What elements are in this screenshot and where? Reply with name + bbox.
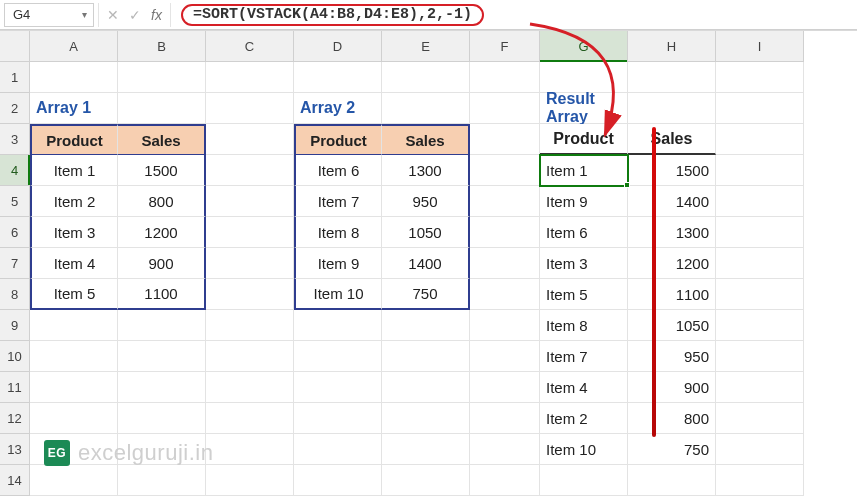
cell-E1[interactable] [382,62,470,93]
cell-E11[interactable] [382,372,470,403]
cell-G4[interactable]: Item 1 [540,155,628,186]
cell-G12[interactable]: Item 2 [540,403,628,434]
array1-header-product[interactable]: Product [30,124,118,155]
cell-C12[interactable] [206,403,294,434]
cell-I11[interactable] [716,372,804,403]
result-header-sales[interactable]: Sales [628,124,716,155]
cell-G5[interactable]: Item 9 [540,186,628,217]
cell-D9[interactable] [294,310,382,341]
cell-H7[interactable]: 1200 [628,248,716,279]
name-box[interactable]: G4 ▾ [4,3,94,27]
cell-B10[interactable] [118,341,206,372]
array1-title[interactable]: Array 1 [30,93,118,124]
cell-F14[interactable] [470,465,540,496]
cell-I12[interactable] [716,403,804,434]
row-header-4[interactable]: 4 [0,155,30,186]
cell-H2[interactable] [628,93,716,124]
cell-A4[interactable]: Item 1 [30,155,118,186]
cell-C4[interactable] [206,155,294,186]
cell-I5[interactable] [716,186,804,217]
cell-B2[interactable] [118,93,206,124]
row-header-2[interactable]: 2 [0,93,30,124]
cell-H8[interactable]: 1100 [628,279,716,310]
cell-G11[interactable]: Item 4 [540,372,628,403]
cell-F7[interactable] [470,248,540,279]
cell-H13[interactable]: 750 [628,434,716,465]
cell-I8[interactable] [716,279,804,310]
result-header-product[interactable]: Product [540,124,628,155]
cell-A10[interactable] [30,341,118,372]
row-header-5[interactable]: 5 [0,186,30,217]
cell-I4[interactable] [716,155,804,186]
cell-G13[interactable]: Item 10 [540,434,628,465]
cell-A7[interactable]: Item 4 [30,248,118,279]
cancel-icon[interactable]: ✕ [107,7,119,23]
cell-I14[interactable] [716,465,804,496]
cell-H14[interactable] [628,465,716,496]
row-header-12[interactable]: 12 [0,403,30,434]
cell-C2[interactable] [206,93,294,124]
cell-C1[interactable] [206,62,294,93]
cell-I3[interactable] [716,124,804,155]
cell-H10[interactable]: 950 [628,341,716,372]
cell-F3[interactable] [470,124,540,155]
col-header-I[interactable]: I [716,31,804,62]
cell-E12[interactable] [382,403,470,434]
cell-E13[interactable] [382,434,470,465]
col-header-A[interactable]: A [30,31,118,62]
array2-header-sales[interactable]: Sales [382,124,470,155]
cell-H1[interactable] [628,62,716,93]
cell-D10[interactable] [294,341,382,372]
cell-D13[interactable] [294,434,382,465]
cell-G7[interactable]: Item 3 [540,248,628,279]
cell-C13[interactable] [206,434,294,465]
col-header-D[interactable]: D [294,31,382,62]
cell-B7[interactable]: 900 [118,248,206,279]
cell-A12[interactable] [30,403,118,434]
cell-C14[interactable] [206,465,294,496]
cell-F2[interactable] [470,93,540,124]
cell-G14[interactable] [540,465,628,496]
cell-A9[interactable] [30,310,118,341]
row-header-9[interactable]: 9 [0,310,30,341]
cell-H4[interactable]: 1500 [628,155,716,186]
array2-title[interactable]: Array 2 [294,93,382,124]
cell-G8[interactable]: Item 5 [540,279,628,310]
cell-B6[interactable]: 1200 [118,217,206,248]
cell-G10[interactable]: Item 7 [540,341,628,372]
cell-E10[interactable] [382,341,470,372]
cell-F1[interactable] [470,62,540,93]
cell-F9[interactable] [470,310,540,341]
cell-E2[interactable] [382,93,470,124]
array2-header-product[interactable]: Product [294,124,382,155]
cell-A14[interactable] [30,465,118,496]
cell-G6[interactable]: Item 6 [540,217,628,248]
cell-B1[interactable] [118,62,206,93]
cell-E6[interactable]: 1050 [382,217,470,248]
cell-B8[interactable]: 1100 [118,279,206,310]
cell-F6[interactable] [470,217,540,248]
row-header-7[interactable]: 7 [0,248,30,279]
col-header-B[interactable]: B [118,31,206,62]
cell-C6[interactable] [206,217,294,248]
cell-D1[interactable] [294,62,382,93]
cell-H5[interactable]: 1400 [628,186,716,217]
cell-A8[interactable]: Item 5 [30,279,118,310]
cell-D6[interactable]: Item 8 [294,217,382,248]
cell-D12[interactable] [294,403,382,434]
col-header-C[interactable]: C [206,31,294,62]
row-header-8[interactable]: 8 [0,279,30,310]
row-header-10[interactable]: 10 [0,341,30,372]
row-header-13[interactable]: 13 [0,434,30,465]
cell-I2[interactable] [716,93,804,124]
cell-G1[interactable] [540,62,628,93]
cell-E9[interactable] [382,310,470,341]
array1-header-sales[interactable]: Sales [118,124,206,155]
cell-C9[interactable] [206,310,294,341]
select-all-corner[interactable] [0,31,30,62]
cell-F11[interactable] [470,372,540,403]
cell-C3[interactable] [206,124,294,155]
enter-icon[interactable]: ✓ [129,7,141,23]
cell-E8[interactable]: 750 [382,279,470,310]
cell-E14[interactable] [382,465,470,496]
